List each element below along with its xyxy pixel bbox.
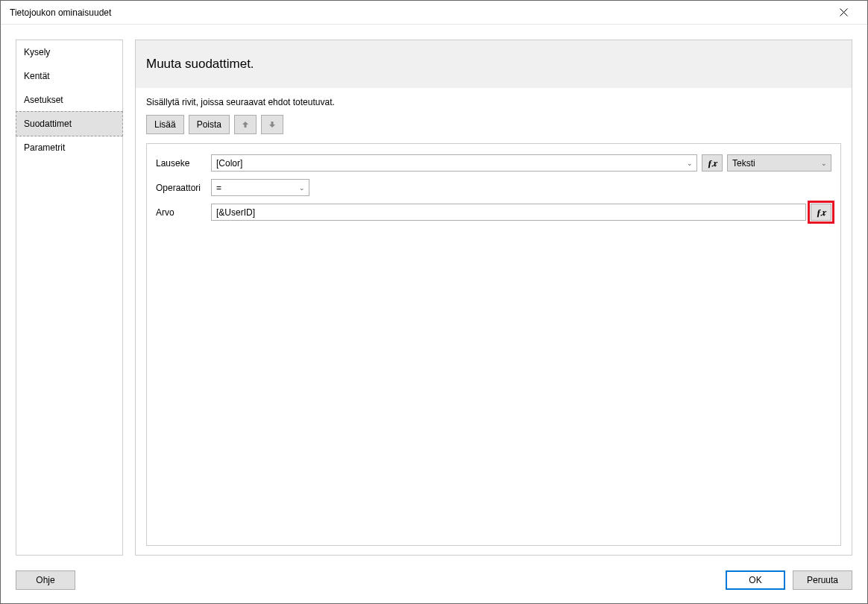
expression-dropdown[interactable]: [Color] ⌄	[211, 154, 697, 172]
filter-definition-panel: Lauseke [Color] ⌄ ƒ𝑥 Teksti ⌄ Operaattor…	[146, 143, 841, 546]
sidebar-item-query[interactable]: Kysely	[16, 40, 122, 64]
dataset-properties-dialog: Tietojoukon ominaisuudet Kysely Kentät A…	[0, 0, 868, 604]
sidebar-item-fields[interactable]: Kentät	[16, 64, 122, 88]
filter-toolbar: Lisää Poista	[146, 115, 841, 134]
add-button[interactable]: Lisää	[146, 115, 184, 134]
sidebar-item-filters[interactable]: Suodattimet	[16, 111, 123, 136]
page-heading: Muuta suodattimet.	[136, 40, 852, 88]
move-down-button[interactable]	[261, 115, 283, 134]
operator-value: =	[216, 183, 221, 193]
arrow-down-icon	[268, 121, 276, 128]
expression-value: [Color]	[216, 158, 242, 169]
value-fx-button[interactable]: ƒ𝑥	[811, 204, 831, 221]
operator-row: Operaattori = ⌄	[156, 179, 831, 196]
sidebar-item-options[interactable]: Asetukset	[16, 88, 122, 112]
window-title: Tietojoukon ominaisuudet	[10, 7, 828, 18]
titlebar: Tietojoukon ominaisuudet	[1, 1, 867, 25]
expression-label: Lauseke	[156, 158, 207, 169]
operator-dropdown[interactable]: = ⌄	[211, 179, 309, 196]
arrow-up-icon	[242, 121, 249, 128]
move-up-button[interactable]	[234, 115, 257, 134]
chevron-down-icon: ⌄	[687, 160, 693, 167]
chevron-down-icon: ⌄	[299, 184, 305, 192]
value-input[interactable]	[211, 204, 806, 221]
remove-button[interactable]: Poista	[189, 115, 230, 134]
type-value: Teksti	[732, 158, 755, 169]
main-panel: Muuta suodattimet. Sisällytä rivit, jois…	[135, 40, 852, 556]
help-button[interactable]: Ohje	[16, 570, 75, 590]
dialog-footer: Ohje OK Peruuta	[1, 561, 867, 603]
ok-button[interactable]: OK	[726, 570, 785, 590]
instruction-text: Sisällytä rivit, joissa seuraavat ehdot …	[146, 97, 841, 107]
value-label: Arvo	[156, 207, 207, 218]
type-dropdown[interactable]: Teksti ⌄	[727, 154, 831, 172]
dialog-body: Kysely Kentät Asetukset Suodattimet Para…	[1, 25, 867, 561]
chevron-down-icon: ⌄	[821, 160, 827, 167]
expression-row: Lauseke [Color] ⌄ ƒ𝑥 Teksti ⌄	[156, 154, 831, 172]
operator-label: Operaattori	[156, 183, 207, 193]
main-content: Sisällytä rivit, joissa seuraavat ehdot …	[136, 88, 852, 555]
expression-fx-button[interactable]: ƒ𝑥	[702, 154, 723, 172]
cancel-button[interactable]: Peruuta	[793, 570, 852, 590]
sidebar-item-parameters[interactable]: Parametrit	[16, 136, 122, 160]
close-button[interactable]	[828, 1, 858, 24]
value-row: Arvo ƒ𝑥	[156, 204, 831, 221]
sidebar: Kysely Kentät Asetukset Suodattimet Para…	[16, 40, 123, 556]
